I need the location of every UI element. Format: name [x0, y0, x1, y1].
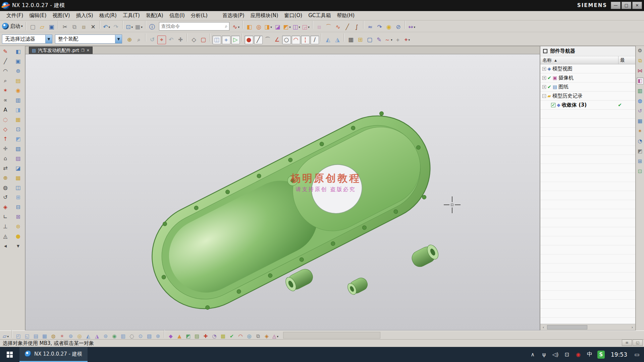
visibility-check-icon[interactable]: ✔ [547, 75, 551, 80]
graphics-viewport[interactable]: 杨明原创教程 请支持原创 盗版必究 [25, 54, 540, 330]
ellipse-tool-icon[interactable]: ◌ [1, 116, 9, 123]
start-menu-button[interactable]: 启动 ▾ [2, 23, 23, 29]
delete-icon[interactable]: ✕ [89, 23, 98, 32]
patch-tool-icon[interactable]: ⊞ [13, 194, 23, 201]
process-studio-icon[interactable]: ▦ [637, 118, 644, 125]
search-input[interactable] [161, 23, 225, 29]
measure-tool-icon[interactable]: ◍ [1, 184, 9, 191]
selection-scope-dropdown[interactable]: 整个装配 ▼ [55, 35, 122, 44]
menu-item-preferences[interactable]: 首选项(P) [219, 11, 248, 20]
internet-browser-icon[interactable]: ◍ [637, 98, 644, 105]
close-button[interactable]: ✕ [632, 2, 642, 9]
line-icon[interactable]: ╱ [254, 36, 263, 44]
profile-icon[interactable]: ∠ [273, 36, 281, 44]
solid-face-icon[interactable]: ◧ [13, 48, 23, 55]
collapse-down-icon[interactable]: ▾ [13, 242, 23, 250]
offset-tool-icon[interactable]: ⊟ [13, 203, 23, 211]
rotate-tool-icon[interactable]: ↺ [1, 194, 9, 201]
command-search-box[interactable]: ⌕ [159, 22, 229, 31]
tree-item-label[interactable]: 图纸 [558, 84, 569, 90]
tree-expander-icon[interactable]: + [542, 67, 546, 71]
scroll-left-icon[interactable]: ‹ [540, 324, 546, 330]
assembly-navigator-icon[interactable]: ⧉ [637, 57, 644, 64]
menu-item-window[interactable]: 窗口(O) [281, 11, 306, 20]
document-tab[interactable]: ▤ 汽车发动机配件.prt ❐ ✕ [29, 47, 93, 54]
tray-expand-icon[interactable]: ∧ [529, 351, 536, 359]
intersection-curve-icon[interactable]: ∫ [353, 23, 361, 32]
navigator-horizontal-scrollbar[interactable]: ‹ › [540, 324, 635, 330]
open-file-icon[interactable]: ▱ [38, 23, 47, 32]
line-tool-icon[interactable]: ╱ [1, 58, 9, 65]
trim-tool-icon[interactable]: ▩ [13, 174, 23, 182]
extrude-icon[interactable]: ◨▾ [264, 23, 273, 32]
sketch-icon[interactable]: ▷ [231, 36, 240, 44]
screen-record-icon[interactable]: ◉ [575, 351, 582, 359]
tree-expander-icon[interactable]: − [542, 94, 546, 98]
snap-point-icon[interactable]: ⊕ [125, 36, 134, 44]
unite-body-icon[interactable]: ◩▾ [283, 23, 291, 32]
cut-icon[interactable]: ✂ [61, 23, 69, 32]
point-on-face-icon[interactable]: ◭ [324, 36, 332, 44]
orient-view-icon[interactable]: ↺ [148, 36, 157, 44]
display-part-icon[interactable]: ⊡▾ [125, 23, 134, 32]
snap-tool-icon[interactable]: ⊕ [1, 174, 9, 182]
zoom-gesture-icon[interactable]: ⌕ [135, 36, 143, 44]
tree-expander-icon[interactable]: + [542, 85, 546, 89]
text-tool-icon[interactable]: A [1, 106, 9, 114]
scrollbar-thumb[interactable] [547, 325, 587, 329]
menu-item-edit[interactable]: 编辑(E) [26, 11, 49, 20]
restore-button[interactable]: □ [622, 2, 631, 9]
network-display-icon[interactable]: ⊡ [563, 351, 571, 359]
roles-icon[interactable]: ◔ [637, 138, 644, 145]
sweep-feature-icon[interactable]: ◧ [245, 23, 254, 32]
pan-view-icon[interactable]: ✚ [176, 36, 185, 44]
arc-point-icon[interactable]: ◠ [291, 36, 300, 44]
sweep-tool-icon[interactable]: ⊛ [13, 223, 23, 230]
wireframe-display-icon[interactable]: ◇ [190, 36, 198, 44]
copy-icon[interactable]: ⧉ [70, 23, 79, 32]
redo-icon[interactable]: ↷ [112, 23, 120, 32]
home-tool-icon[interactable]: ⌂ [1, 155, 9, 162]
arrow-tool-icon[interactable]: ↑ [1, 135, 9, 143]
window-display-icon[interactable]: ■▾ [135, 23, 143, 32]
tree-item-label[interactable]: 模型视图 [552, 66, 573, 72]
taskbar-app-button[interactable]: NX 12.0.0.27 - 建模 [19, 347, 88, 362]
move-tool-icon[interactable]: ✚ [1, 145, 9, 153]
studio-brush-icon[interactable]: ✎ [375, 36, 383, 44]
start-button[interactable] [0, 347, 19, 362]
input-method-icon[interactable]: 中 [586, 351, 593, 359]
thicken-sheet-icon[interactable]: ⧈ [315, 23, 324, 32]
swap-tool-icon[interactable]: ⇄ [1, 165, 9, 172]
minimize-button[interactable]: — [611, 2, 621, 9]
rib-tool-icon[interactable]: ▧ [13, 145, 23, 153]
measure-distance-icon[interactable]: ↔▾ [408, 23, 416, 32]
diamond-tool-icon[interactable]: ◇ [1, 126, 9, 133]
tree-checkbox[interactable]: ✔ [551, 103, 555, 107]
scene-settings-icon[interactable]: ⊡ [637, 168, 644, 175]
microphone-icon[interactable]: ψ [540, 351, 548, 359]
rectangle-select-icon[interactable]: ▢ [199, 36, 208, 44]
save-icon[interactable]: ▣ [47, 23, 56, 32]
menu-item-application-modules[interactable]: 应用模块(N) [248, 11, 281, 20]
sketch-point-icon[interactable]: ¦ [301, 36, 310, 44]
command-finder-icon[interactable]: ⓘ [148, 23, 157, 32]
angled-line-icon[interactable]: ∕ [310, 36, 319, 44]
menu-item-format[interactable]: 格式(R) [96, 11, 120, 20]
delete-face-icon[interactable]: ⊘ [394, 23, 403, 32]
menu-item-view[interactable]: 视图(V) [50, 11, 73, 20]
menu-item-gc-toolbox[interactable]: GC工具箱 [305, 11, 334, 20]
tree-row-model-views[interactable]: +◈模型视图 [540, 64, 635, 73]
menu-item-help[interactable]: 帮助(H) [334, 11, 358, 20]
revolve-icon[interactable]: ◎ [255, 23, 263, 32]
target-point-icon[interactable]: ⌖▾ [403, 36, 412, 44]
display-window-icon[interactable]: ▢ [365, 36, 374, 44]
grid-tool-icon[interactable]: ▦ [13, 116, 23, 123]
mirror-tool-icon[interactable]: ◪ [13, 165, 23, 172]
scroll-right-icon[interactable]: › [629, 324, 635, 330]
part-navigator-icon[interactable]: ◧ [637, 77, 644, 84]
status-grid-icon[interactable]: ≡ [622, 340, 632, 346]
pad-tool-icon[interactable]: ◨ [13, 106, 23, 114]
column-divider[interactable] [618, 56, 619, 64]
pocket-tool-icon[interactable]: ▥ [13, 97, 23, 104]
datum-tool-icon[interactable]: ◈ [1, 203, 9, 211]
